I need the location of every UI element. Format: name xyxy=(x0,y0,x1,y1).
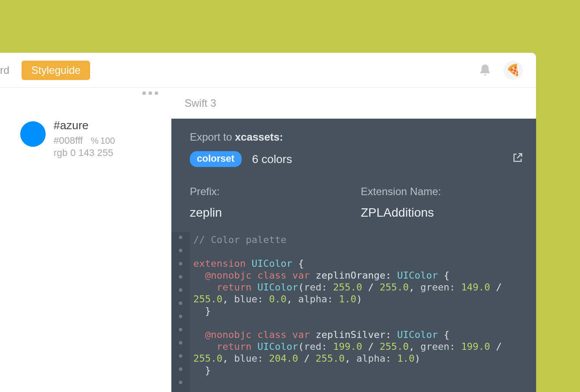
prefix-field: Prefix: zeplin xyxy=(190,185,352,220)
avatar-emoji: 🍕 xyxy=(506,63,520,77)
more-options-button[interactable] xyxy=(142,91,158,95)
avatar[interactable]: 🍕 xyxy=(504,61,523,80)
color-info: #azure #008fff %100 rgb 0 143 255 xyxy=(54,119,115,159)
notifications-button[interactable] xyxy=(475,61,495,80)
open-external-button[interactable] xyxy=(511,152,524,167)
color-hex: #008fff xyxy=(54,135,83,146)
code-text[interactable]: // Color palette extension UIColor { @no… xyxy=(190,232,523,392)
color-swatch xyxy=(20,121,46,147)
code-block: // Color palette extension UIColor { @no… xyxy=(171,232,523,392)
tab-styleguide[interactable]: Styleguide xyxy=(22,61,90,80)
prefix-label: Prefix: xyxy=(190,185,352,198)
code-title-bar: Swift 3 xyxy=(171,88,536,119)
code-gutter xyxy=(171,232,190,392)
extension-name-field: Extension Name: ZPLAdditions xyxy=(361,185,523,220)
extension-name-label: Extension Name: xyxy=(361,185,523,198)
dots-icon xyxy=(142,91,146,95)
tabs: rd Styleguide xyxy=(0,61,90,80)
color-card[interactable]: #azure #008fff %100 rgb 0 143 255 xyxy=(20,119,115,159)
colorset-chip[interactable]: colorset xyxy=(190,151,242,167)
app-window: rd Styleguide 🍕 #azure xyxy=(0,53,536,392)
left-panel: #azure #008fff %100 rgb 0 143 255 xyxy=(0,88,171,392)
extension-name-value[interactable]: ZPLAdditions xyxy=(361,206,523,220)
config-fields: Prefix: zeplin Extension Name: ZPLAdditi… xyxy=(190,185,523,220)
colors-count: 6 colors xyxy=(252,152,292,166)
export-label: Export to xcassets: xyxy=(190,131,523,143)
tab-partial[interactable]: rd xyxy=(0,61,17,80)
right-panel: Swift 3 Export to xcassets: colorset 6 c… xyxy=(171,88,536,392)
topbar: rd Styleguide 🍕 xyxy=(0,53,536,88)
bell-icon xyxy=(478,63,492,77)
export-row: colorset 6 colors xyxy=(190,151,523,167)
content: #azure #008fff %100 rgb 0 143 255 Swift … xyxy=(0,88,536,392)
color-opacity: %100 xyxy=(91,136,115,146)
color-name: #azure xyxy=(54,119,115,132)
code-panel: Export to xcassets: colorset 6 colors xyxy=(171,119,536,392)
code-language-label: Swift 3 xyxy=(185,97,216,109)
open-external-icon xyxy=(511,152,524,164)
color-rgb: rgb 0 143 255 xyxy=(54,147,115,159)
prefix-value[interactable]: zeplin xyxy=(190,206,352,220)
